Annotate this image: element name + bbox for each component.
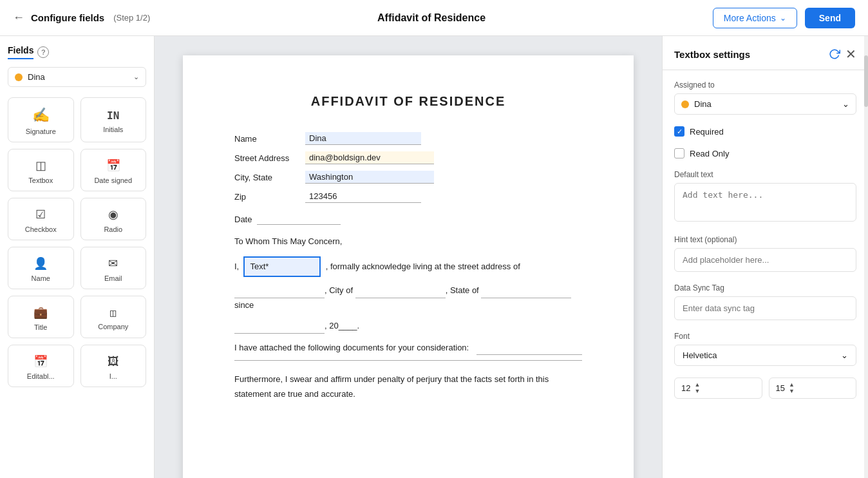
chevron-down-icon: ⌄	[780, 14, 786, 23]
hint-text-section: Hint text (optional)	[674, 235, 856, 272]
field-label-signature: Signature	[26, 128, 56, 135]
field-label-name: Name	[32, 274, 50, 282]
field-grid: ✍ Signature IN Initials ◫ Textbox 📅 Date…	[8, 97, 146, 387]
field-item-editable[interactable]: 📅 Editabl...	[8, 345, 74, 387]
email-icon: ✉	[108, 256, 118, 271]
topbar: ← Configure fields (Step 1/2) Affidavit …	[0, 0, 868, 36]
readonly-checkbox[interactable]	[674, 148, 684, 158]
panel-header: Textbox settings ✕	[663, 36, 868, 70]
field-item-name[interactable]: 👤 Name	[8, 247, 74, 289]
street-input[interactable]	[305, 151, 434, 164]
field-label-initials: Initials	[103, 126, 123, 133]
sidebar: Fields ? Dina ⌄ ✍ Signature IN Initials …	[0, 36, 155, 478]
field-item-signature[interactable]: ✍ Signature	[8, 97, 74, 142]
assigned-to-label: Assigned to	[674, 81, 856, 90]
para1-pre: I,	[234, 262, 239, 271]
hint-text-input[interactable]	[674, 248, 856, 272]
city-input[interactable]	[305, 171, 434, 184]
field-item-radio[interactable]: ◉ Radio	[80, 198, 147, 240]
radio-icon: ◉	[108, 207, 118, 222]
topbar-left: ← Configure fields (Step 1/2)	[13, 11, 150, 24]
initials-icon: IN	[107, 110, 119, 122]
field-item-title[interactable]: 💼 Title	[8, 296, 74, 338]
assignee-panel-dot	[681, 100, 689, 108]
zip-input[interactable]	[305, 190, 421, 203]
font-size-down-1[interactable]: ▼	[694, 388, 700, 394]
back-button[interactable]: ←	[13, 11, 24, 24]
field-label-checkbox: Checkbox	[25, 225, 57, 233]
default-text-section: Default text	[674, 170, 856, 224]
font-size-row: 12 ▲ ▼ 15 ▲ ▼	[674, 378, 856, 399]
field-label-date-signed: Date signed	[94, 177, 132, 184]
zip-row: Zip	[234, 190, 582, 203]
font-value: Helvetica	[683, 350, 717, 360]
field-item-date-signed[interactable]: 📅 Date signed	[80, 149, 147, 191]
body-para2: , City of , State of since	[234, 283, 582, 312]
main-layout: Fields ? Dina ⌄ ✍ Signature IN Initials …	[0, 36, 868, 478]
required-label: Required	[690, 127, 724, 137]
configure-fields-title: Configure fields	[31, 12, 104, 23]
font-size-up-1[interactable]: ▲	[694, 382, 700, 388]
panel-title: Textbox settings	[674, 49, 750, 60]
send-button[interactable]: Send	[805, 8, 855, 28]
font-size-arrows-2: ▲ ▼	[789, 382, 795, 394]
font-select[interactable]: Helvetica ⌄	[674, 345, 856, 366]
font-size-up-2[interactable]: ▲	[789, 382, 795, 388]
concern-text: To Whom This May Concern,	[234, 236, 582, 246]
readonly-section: Read Only	[674, 148, 856, 158]
font-size-down-2[interactable]: ▼	[789, 388, 795, 394]
help-icon[interactable]: ?	[37, 46, 49, 58]
textbox-icon: ◫	[35, 158, 46, 173]
title-icon: 💼	[33, 305, 48, 320]
editable-icon: 📅	[33, 354, 48, 368]
field-label-email: Email	[104, 274, 122, 282]
field-label-textbox: Textbox	[28, 177, 53, 184]
attached-line: I have attached the following documents …	[234, 340, 582, 355]
document-area: AFFIDAVIT OF RESIDENCE Name Street Addre…	[155, 36, 662, 478]
default-text-input[interactable]	[674, 183, 856, 222]
name-label: Name	[234, 134, 305, 144]
required-section: Required	[674, 126, 856, 137]
date-signed-icon: 📅	[106, 158, 120, 173]
zip-label: Zip	[234, 192, 305, 202]
name-input[interactable]	[305, 132, 421, 145]
assignee-name: Dina	[28, 72, 128, 82]
image-icon: 🖼	[108, 355, 119, 368]
chevron-down-icon: ⌄	[133, 73, 139, 81]
field-item-checkbox[interactable]: ☑ Checkbox	[8, 198, 74, 240]
assignee-panel-select[interactable]: Dina ⌄	[674, 93, 856, 115]
body-para1: I, Text* , formally acknowledge living a…	[234, 256, 582, 277]
text-field-box[interactable]: Text*	[243, 256, 321, 277]
close-button[interactable]: ✕	[845, 46, 856, 62]
readonly-label: Read Only	[690, 149, 729, 158]
name-row: Name	[234, 132, 582, 145]
required-row: Required	[674, 126, 856, 137]
field-item-email[interactable]: ✉ Email	[80, 247, 147, 289]
scrollbar-thumb[interactable]	[864, 55, 868, 107]
street-label: Street Address	[234, 153, 305, 163]
topbar-right: More Actions ⌄ Send	[713, 8, 855, 28]
assignee-dot	[15, 73, 23, 81]
data-sync-tag-input[interactable]	[674, 296, 856, 320]
readonly-row: Read Only	[674, 148, 856, 158]
assigned-to-section: Assigned to Dina ⌄	[674, 81, 856, 115]
scrollbar-track	[864, 36, 868, 478]
para1-post: , formally acknowledge living at the str…	[326, 262, 520, 271]
right-panel: Textbox settings ✕ Assigned to Dina ⌄	[662, 36, 868, 478]
field-item-textbox[interactable]: ◫ Textbox	[8, 149, 74, 191]
field-item-initials[interactable]: IN Initials	[80, 97, 147, 142]
fields-header: Fields ?	[8, 45, 146, 59]
font-size-box-1: 12 ▲ ▼	[674, 378, 762, 399]
fields-label: Fields	[8, 45, 33, 59]
required-checkbox[interactable]	[674, 126, 684, 137]
more-actions-button[interactable]: More Actions ⌄	[713, 8, 797, 28]
font-label: Font	[674, 332, 856, 341]
refresh-button[interactable]	[829, 48, 840, 60]
assignee-select[interactable]: Dina ⌄	[8, 67, 146, 87]
body-para3: , 20____.	[234, 319, 582, 334]
field-label-image: I...	[109, 372, 117, 380]
field-label-company: Company	[98, 323, 128, 330]
name-icon: 👤	[33, 256, 48, 271]
field-item-company[interactable]: ◫ Company	[80, 296, 147, 338]
field-item-image[interactable]: 🖼 I...	[80, 345, 147, 387]
